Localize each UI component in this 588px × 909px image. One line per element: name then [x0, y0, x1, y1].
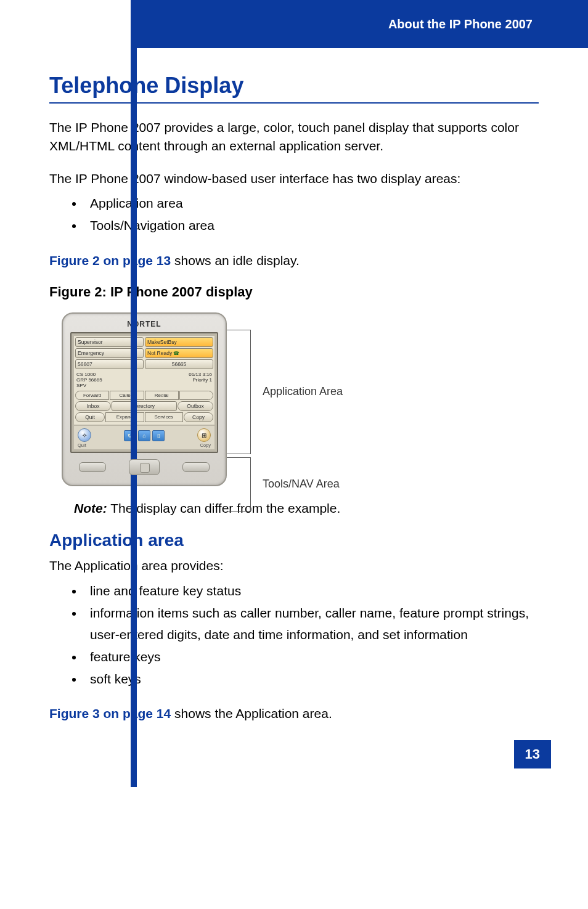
brand-logo: NORTEL: [70, 320, 218, 332]
line-key: 56665: [145, 359, 213, 369]
soft-key: Outbox: [178, 401, 213, 411]
display-areas-list: Application area Tools/Navigation area: [49, 192, 539, 236]
feature-key: MakeSetBsy: [145, 337, 213, 347]
list-item: line and feature key status: [84, 580, 539, 602]
phone-screen: Supervisor MakeSetBsy Emergency Not Read…: [70, 332, 218, 453]
xref-rest: shows the Application area.: [171, 706, 332, 720]
tools-nav-area: ✧ ↻ ⌂ ▯ ⊞ Quit Copy: [74, 426, 214, 449]
soft-key: Copy: [184, 412, 213, 422]
tool-label-right: Copy: [200, 442, 211, 448]
hw-button-center: [129, 459, 160, 475]
tool-label-left: Quit: [78, 442, 86, 448]
hw-button-left: [79, 462, 106, 472]
xref-para-2: Figure 3 on page 14 shows the Applicatio…: [49, 704, 539, 722]
callout-application-area: Application Area: [263, 385, 343, 398]
xref-rest: shows an idle display.: [171, 253, 300, 267]
info-left: CS 1000 GRP 56665 SPV: [76, 372, 102, 388]
doc-icon: ▯: [152, 430, 165, 441]
note: Note: The display can differ from the ex…: [74, 501, 539, 516]
bracket-tools: [227, 457, 251, 512]
soft-key: Inbox: [75, 401, 111, 411]
figure-2-xref[interactable]: Figure 2 on page 13: [49, 253, 171, 267]
list-item: information items such as caller number,…: [84, 602, 539, 646]
page-number: 13: [514, 740, 551, 768]
note-text: The display can differ from the example.: [107, 501, 341, 515]
intro-para-1: The IP Phone 2007 provides a large, colo…: [49, 118, 539, 155]
hardware-buttons: [70, 453, 218, 476]
callout-tools-area: Tools/NAV Area: [263, 478, 340, 491]
soft-key: Directory: [112, 401, 177, 411]
subsection-title: Application area: [49, 531, 539, 550]
phone-icon: ☎: [173, 351, 179, 356]
soft-key: Services: [145, 412, 184, 422]
info-block: CS 1000 GRP 56665 SPV 01/13 3:16 Priorit…: [75, 370, 213, 391]
xref-para-1: Figure 2 on page 13 shows an idle displa…: [49, 251, 539, 269]
globe-icon: ✧: [78, 428, 91, 442]
figure-caption: Figure 2: IP Phone 2007 display: [49, 284, 539, 300]
intro-para-2: The IP Phone 2007 window-based user inte…: [49, 169, 539, 187]
info-right: 01/13 3:16 Priority 1: [189, 372, 212, 388]
soft-key: Forward: [75, 391, 109, 400]
bracket-app: [227, 330, 251, 454]
sidebar-stripe: [131, 0, 137, 787]
list-item: Application area: [84, 192, 539, 214]
soft-key: Expand: [105, 412, 144, 422]
home-icon: ⌂: [138, 430, 150, 441]
application-area: Supervisor MakeSetBsy Emergency Not Read…: [74, 336, 214, 425]
page-header: About the IP Phone 2007: [131, 0, 588, 48]
keypad-icon: ⊞: [197, 428, 211, 442]
soft-key: [179, 391, 213, 400]
list-item: Tools/Navigation area: [84, 214, 539, 237]
list-item: soft keys: [84, 668, 539, 690]
soft-key: Quit: [75, 412, 105, 422]
list-item: feature keys: [84, 646, 539, 668]
figure-3-xref[interactable]: Figure 3 on page 14: [49, 706, 171, 720]
header-title: About the IP Phone 2007: [388, 17, 533, 31]
phone-mockup: NORTEL Supervisor MakeSetBsy Emergency N…: [62, 312, 227, 486]
note-label: Note:: [74, 501, 107, 515]
feature-key: Not Ready☎: [145, 348, 213, 358]
subsection-intro: The Application area provides:: [49, 556, 539, 574]
app-area-list: line and feature key status information …: [49, 580, 539, 690]
soft-key: Callers: [110, 391, 144, 400]
section-title: Telephone Display: [49, 73, 539, 104]
soft-key: Redial: [145, 391, 179, 400]
hw-button-right: [182, 462, 210, 472]
